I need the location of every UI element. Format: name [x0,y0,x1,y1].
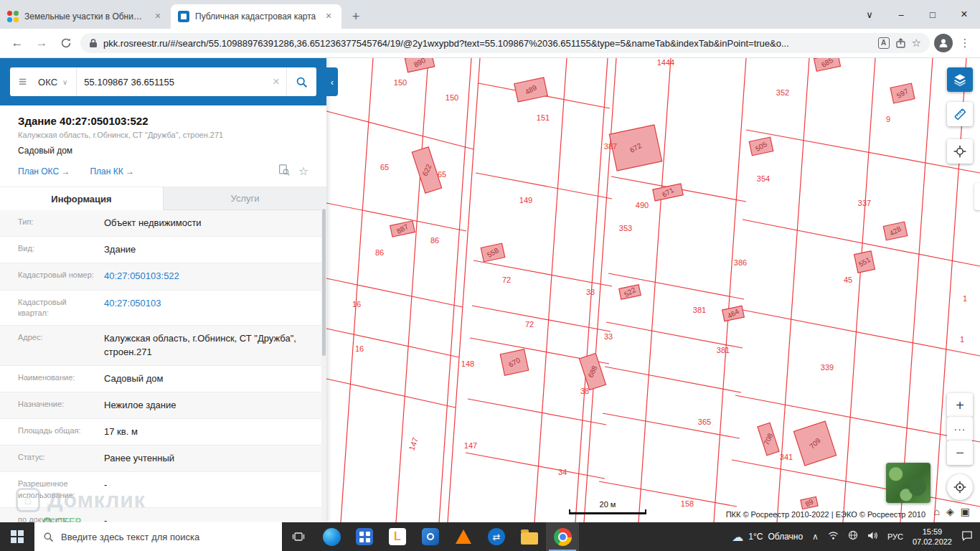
home-icon[interactable]: ⌂ [934,506,940,517]
task-view-button[interactable] [282,522,315,551]
panel-scrollbar[interactable] [321,207,326,522]
window-close-button[interactable]: × [948,0,980,29]
search-button[interactable] [286,67,316,96]
info-row-value: Ранее учтенный [104,452,326,465]
info-row-value: Нежилое здание [104,399,326,412]
info-row-value[interactable]: 40:27:050103 [104,297,326,319]
ruler-button[interactable] [947,102,973,126]
parcel-number-label: 33 [586,288,595,296]
parcel-number-label: 339 [821,363,834,372]
info-row-value[interactable]: 40:27:050103:522 [104,270,326,283]
info-row: Вид:Здание [0,237,326,263]
search-input[interactable] [77,77,266,88]
map-attribution: ПКК © Росреестр 2010-2022 | ЕЭКО © Росре… [726,510,925,519]
parcel-boundary-line [396,58,428,522]
search-tabs-button[interactable]: ∨ [854,0,885,29]
volume-icon[interactable] [867,530,878,543]
refresh-button[interactable] [56,33,76,53]
info-row-label: Наименование: [0,372,104,385]
language-indicator[interactable]: РУС [887,532,903,541]
taskbar-app-tiles[interactable] [348,522,381,551]
info-row-value: Садовый дом [104,372,326,385]
taskbar-clock[interactable]: 15:59 07.02.2022 [913,527,952,547]
search-box: ≡ ОКС ∨ × [10,67,316,96]
l-app-icon: L [389,528,406,545]
parcel-number-label: 34 [558,468,567,476]
info-row-value: - [104,479,326,501]
tab-close-icon[interactable]: × [323,11,334,22]
taskbar-weather[interactable]: ☁ 1°C Облачно [732,530,803,544]
parcel-number-label: 1 [960,335,964,344]
clock-date: 07.02.2022 [913,537,952,547]
favorite-star-icon[interactable]: ☆ [298,164,308,178]
info-row: Назначение:Нежилое здание [0,392,326,419]
plan-oks-link[interactable]: План ОКС → [18,166,70,176]
window-minimize-button[interactable]: – [885,0,917,29]
parcel-boundary-line [448,58,480,522]
cadastral-map[interactable]: 8904896855976725056226718875584285515224… [326,58,980,522]
parcel-number-label: 150 [446,93,458,102]
parcel-number-label: 33 [604,332,613,341]
scrollbar-thumb[interactable] [322,209,326,356]
tab-services[interactable]: Услуги [163,187,326,210]
taskbar-app-chrome[interactable] [546,522,579,551]
taskbar-app-blue[interactable] [414,522,447,551]
bookmark-star-icon[interactable]: ☆ [912,37,921,50]
notification-center-icon[interactable] [961,530,973,544]
start-button[interactable] [0,522,34,551]
window-maximize-button[interactable]: □ [917,0,948,29]
object-address: Калужская область, г.Обнинск, СТ "Дружба… [18,131,308,139]
plan-kk-link[interactable]: План КК → [90,166,134,176]
parcel-number-label: 16 [352,300,361,309]
parcel-number-label: 381 [717,346,730,354]
clear-search-icon[interactable]: × [266,75,286,89]
tab-close-icon[interactable]: × [152,11,164,22]
new-tab-button[interactable]: + [346,6,366,27]
zoom-in-button[interactable]: + [947,393,973,418]
back-button[interactable]: ← [7,33,27,53]
url-field[interactable]: pkk.rosreestr.ru/#/search/55.10988976391… [80,33,930,53]
grid-icon[interactable]: ▣ [961,506,970,517]
taskbar-app-l[interactable]: L [381,522,414,551]
object-title: Здание 40:27:050103:522 [18,115,308,127]
taskbar-app-sync[interactable]: ⇄ [480,522,513,551]
parcel-number-label: 147 [464,441,477,450]
taskbar-app-vlc[interactable] [447,522,480,551]
geolocate-button[interactable] [947,474,973,500]
zoom-out-button[interactable]: − [947,441,973,465]
measure-point-button[interactable] [947,139,973,164]
browser-tab-1[interactable]: Земельные участки в Обнинске × [0,4,171,29]
translate-icon[interactable]: A [878,37,890,49]
search-icon [43,532,54,542]
network-icon[interactable] [828,530,839,543]
taskbar-search[interactable]: Введите здесь текст для поиска [34,522,282,551]
map-more-button[interactable]: ··· [947,417,973,441]
search-category-dropdown[interactable]: ОКС ∨ [35,67,77,96]
taskbar-search-placeholder: Введите здесь текст для поиска [61,532,199,542]
globe-icon[interactable] [848,530,858,543]
doc-search-icon[interactable] [278,164,290,178]
parcel-number-label: 150 [394,78,407,87]
collapse-panel-button[interactable]: ‹ [326,67,338,96]
collapsed-side-panel-edge[interactable] [974,183,980,210]
profile-avatar[interactable] [934,34,953,52]
layers-button[interactable] [947,67,973,92]
desktop-screen: Земельные участки в Обнинске × Публичная… [0,0,980,551]
info-row-value: Калужская область, г.Обнинск, СТ "Дружба… [104,332,326,358]
forward-button[interactable]: → [32,33,52,53]
overview-minimap[interactable] [886,463,930,503]
lock-icon[interactable] [89,38,98,48]
browser-tab-2-active[interactable]: Публичная кадастровая карта × [171,4,341,29]
taskbar-app-folder[interactable] [513,522,546,551]
info-row-label: Адрес: [0,332,104,358]
info-row: Наименование:Садовый дом [0,366,326,392]
tab-information[interactable]: Информация [0,187,163,210]
tray-chevron-icon[interactable]: ∧ [812,532,819,542]
parcel-number-label: 72 [525,320,534,329]
menu-icon[interactable]: ≡ [10,74,35,90]
browser-menu-icon[interactable]: ⋮ [957,37,973,50]
taskbar-app-edge[interactable] [315,522,348,551]
parcel-number-label: 148 [461,359,474,368]
compass-icon[interactable]: ◈ [946,506,954,517]
share-icon[interactable] [895,38,906,49]
